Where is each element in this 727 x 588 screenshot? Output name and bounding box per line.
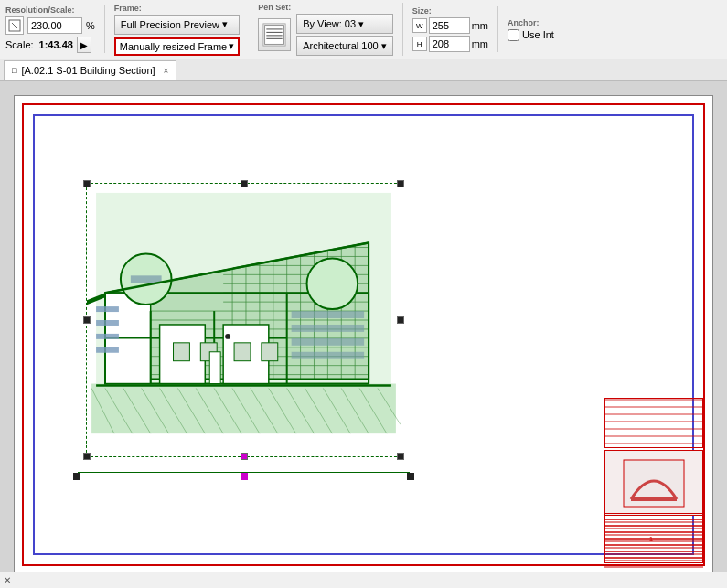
status-symbol: ✕ [4,575,11,585]
pen-set-arch-label: Architectural 100 [303,40,379,51]
size-width-input[interactable] [429,17,470,34]
manually-resized-dropdown[interactable]: Manually resized Frame ▾ [114,37,240,56]
svg-rect-87 [631,497,677,501]
status-bar: ✕ [0,572,727,588]
toolbar: Resolution/Scale: % Scale: 1:43.48 ▶ Fra… [0,0,727,59]
svg-rect-82 [96,334,119,339]
title-block-top-area [604,398,703,448]
selection-box[interactable] [86,183,401,457]
svg-line-1 [12,23,17,28]
svg-rect-72 [234,343,251,361]
pen-set-dropdown-arrow: ▾ [358,18,364,30]
tab-label: [A.02.1 S-01 Building Section] [21,65,155,76]
pen-set-icon-btn[interactable] [258,18,291,51]
resolution-icon [5,16,24,35]
scale-arrow-btn[interactable]: ▶ [77,37,91,53]
svg-rect-3 [265,26,284,45]
svg-rect-70 [174,343,190,361]
resolution-label: Resolution/Scale: [5,5,75,15]
resolution-unit: % [86,20,95,31]
svg-rect-77 [292,352,364,359]
building-section-drawing [87,184,401,456]
frame-group: Frame: Full Precision Preview ▾ Manually… [114,4,249,56]
full-precision-btn[interactable]: Full Precision Preview ▾ [114,15,240,35]
arch-logo-svg [622,458,686,508]
svg-rect-78 [209,352,220,384]
pen-set-view-label: By View: 03 [303,18,356,29]
svg-rect-75 [292,325,364,332]
manually-resized-label: Manually resized Frame [120,41,227,52]
anchor-label: Anchor: [508,18,554,27]
pen-set-label: Pen Set: [258,3,291,12]
svg-rect-59 [131,275,162,283]
width-icon: W [412,18,427,33]
svg-rect-80 [96,306,119,312]
svg-rect-9 [91,384,396,434]
pen-set-arch-btn[interactable]: Architectural 100 ▾ [296,36,393,56]
manually-resized-arrow: ▾ [229,40,234,52]
svg-rect-73 [262,343,278,361]
use-int-label: Use Int [522,29,554,40]
frame-label: Frame: [114,4,142,13]
resolution-input[interactable] [27,17,82,34]
pen-set-view-btn[interactable]: By View: 03 ▾ [296,14,393,34]
scale-value: 1:43.48 [39,39,73,50]
svg-rect-74 [292,311,364,318]
svg-rect-76 [292,338,364,346]
use-int-checkbox[interactable] [508,29,519,41]
svg-rect-83 [96,347,119,353]
full-precision-arrow: ▾ [222,18,228,30]
size-width-unit: mm [472,20,488,31]
pen-set-group: Pen Set: By View: 03 ▾ Architectu [258,3,403,56]
paper-sheet: 1 [14,95,713,574]
size-height-input[interactable] [429,36,470,52]
resize-line-handle-right[interactable] [407,473,414,480]
size-label: Size: [412,6,432,16]
building-section-tab[interactable]: □ [A.02.1 S-01 Building Section] × [4,60,176,80]
title-block-logo [604,450,703,516]
scale-label: Scale: [5,39,34,50]
svg-text:1: 1 [649,535,654,543]
svg-rect-81 [96,320,119,326]
size-height-unit: mm [472,38,488,49]
size-group: Size: W mm H mm [412,6,498,52]
height-icon: H [412,37,427,51]
drawing-area: 1 [0,81,727,588]
resize-line-handle-left[interactable] [73,473,80,480]
svg-point-60 [307,258,358,309]
full-precision-label: Full Precision Preview [121,19,219,30]
tab-bar: □ [A.02.1 S-01 Building Section] × [0,59,727,81]
resize-line-handle-mid[interactable] [241,473,248,480]
title-block-bottom: 1 [604,513,703,563]
tab-close-btn[interactable]: × [164,66,169,76]
resolution-scale-group: Resolution/Scale: % Scale: 1:43.48 ▶ [5,5,105,53]
tab-icon: □ [12,66,16,75]
anchor-group: Anchor: Use Int [508,18,554,41]
pen-set-arch-arrow: ▾ [381,40,387,52]
svg-point-85 [225,334,230,339]
